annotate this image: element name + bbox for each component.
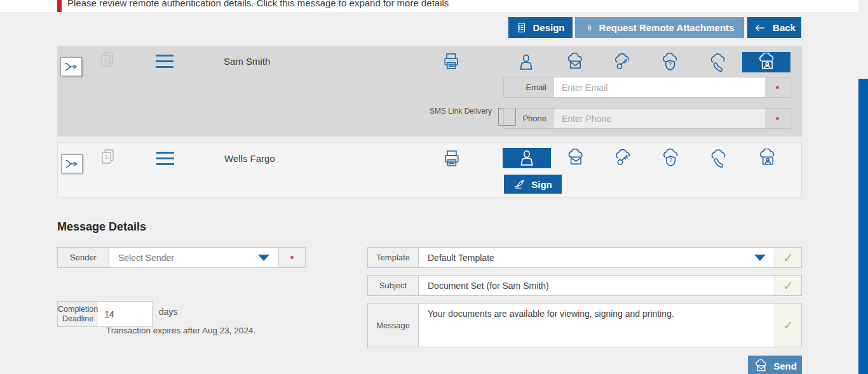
check-icon: ✓ xyxy=(783,317,794,333)
required-dot-icon xyxy=(776,117,779,120)
email-input[interactable] xyxy=(554,77,765,97)
quill-pen-icon xyxy=(513,178,526,190)
request-remote-attachments-label: Request Remote Attachments xyxy=(599,22,735,33)
required-marker xyxy=(765,109,790,128)
svg-text:?: ? xyxy=(669,157,672,163)
phone-label: Phone xyxy=(504,109,554,128)
phone-field-group: Phone xyxy=(503,108,790,129)
alert-banner[interactable]: Please review remote authentication deta… xyxy=(0,0,868,12)
sender-dropdown[interactable]: Select Sender xyxy=(109,248,278,267)
recipient-name: Wells Fargo xyxy=(224,153,275,164)
send-transaction-screen: Please review remote authentication deta… xyxy=(0,0,868,374)
message-field-group: Message Your documents are available for… xyxy=(367,303,802,347)
chevron-down-icon[interactable] xyxy=(258,255,269,261)
template-field-group: Template Default Template ✓ xyxy=(367,247,802,268)
template-dropdown[interactable]: Default Template xyxy=(419,248,775,267)
scrollbar-track[interactable] xyxy=(858,0,868,374)
printer-icon[interactable] xyxy=(442,52,460,71)
back-button[interactable]: Back xyxy=(747,17,801,38)
svg-text:1: 1 xyxy=(105,154,108,160)
subject-valid-check: ✓ xyxy=(775,276,801,295)
send-button-label: Send xyxy=(773,361,797,371)
cloud-question-shield-icon[interactable]: ? xyxy=(646,52,694,72)
svg-text:1: 1 xyxy=(104,57,107,63)
svg-text:?: ? xyxy=(668,61,672,67)
sms-link-delivery-label: SMS Link Delivery xyxy=(410,106,492,116)
send-button[interactable]: Send xyxy=(748,356,802,374)
subject-label: Subject xyxy=(368,276,419,295)
subject-field-group: Subject Document Set (for Sam Smith) ✓ xyxy=(367,275,802,296)
drag-handle-icon[interactable] xyxy=(156,152,174,169)
cloud-email-icon[interactable] xyxy=(550,52,599,72)
expiration-note: Transaction expires after Aug 23, 2024. xyxy=(106,326,255,335)
back-button-label: Back xyxy=(773,22,796,33)
sender-dropdown-value: Select Sender xyxy=(118,253,174,263)
cloud-kiosk-user-icon[interactable] xyxy=(742,52,790,72)
alert-severity-bar xyxy=(57,0,62,12)
paperclip-icon xyxy=(585,22,593,34)
template-valid-check: ✓ xyxy=(775,248,801,267)
chevron-down-icon[interactable] xyxy=(754,255,766,261)
drag-handle-icon[interactable] xyxy=(156,55,173,72)
design-document-icon xyxy=(516,22,527,34)
completion-deadline-input[interactable] xyxy=(98,302,152,326)
sender-label: Sender xyxy=(58,248,109,267)
completion-deadline-group: Completion Deadline xyxy=(57,301,153,327)
cloud-key-icon[interactable] xyxy=(598,52,646,72)
back-arrow-icon xyxy=(753,22,767,34)
message-valid-check: ✓ xyxy=(775,304,801,347)
cloud-question-shield-icon[interactable]: ? xyxy=(646,148,695,168)
check-icon: ✓ xyxy=(783,278,794,293)
required-marker xyxy=(278,248,305,267)
email-field-group: Email xyxy=(503,77,790,98)
document-pages-icon: 1 xyxy=(99,51,114,71)
route-merge-button[interactable] xyxy=(61,154,83,173)
printer-icon[interactable] xyxy=(443,149,461,168)
template-label: Template xyxy=(368,248,419,267)
subject-value: Document Set (for Sam Smith) xyxy=(428,281,549,291)
route-merge-icon xyxy=(63,60,79,74)
message-details-title: Message Details xyxy=(57,220,146,234)
recipient-row-sam-smith: 1 Sam Smith xyxy=(57,46,802,137)
document-pages-icon: 1 xyxy=(100,148,115,168)
sender-field-group: Sender Select Sender xyxy=(57,247,306,268)
completion-deadline-label: Completion Deadline xyxy=(58,302,98,326)
required-dot-icon xyxy=(776,86,779,89)
alert-message[interactable]: Please review remote authentication deta… xyxy=(67,0,449,8)
recipient-name: Sam Smith xyxy=(224,56,270,67)
subject-input[interactable]: Document Set (for Sam Smith) xyxy=(419,276,775,295)
scrollbar-thumb[interactable] xyxy=(858,79,868,374)
message-label: Message xyxy=(368,304,419,347)
template-dropdown-value: Default Template xyxy=(428,253,494,263)
in-person-user-icon[interactable] xyxy=(503,148,551,168)
sign-button-label: Sign xyxy=(531,179,552,190)
design-button-label: Design xyxy=(532,22,564,33)
cloud-email-icon[interactable] xyxy=(551,148,599,168)
required-marker xyxy=(765,77,790,97)
required-dot-icon xyxy=(290,256,294,259)
cloud-kiosk-user-icon[interactable] xyxy=(743,148,791,168)
message-textarea[interactable]: Your documents are available for viewing… xyxy=(419,304,775,347)
phone-input[interactable] xyxy=(554,109,765,128)
route-merge-button[interactable] xyxy=(60,57,82,76)
cloud-phone-icon[interactable] xyxy=(694,148,742,168)
cloud-send-mail-icon xyxy=(753,359,768,373)
sign-button[interactable]: Sign xyxy=(504,175,562,194)
request-remote-attachments-button[interactable]: Request Remote Attachments xyxy=(575,17,744,38)
cloud-key-icon[interactable] xyxy=(599,148,647,168)
recipient-row-wells-fargo: 1 Wells Fargo xyxy=(57,142,802,198)
route-merge-icon xyxy=(64,157,80,171)
check-icon: ✓ xyxy=(783,250,794,265)
email-label: Email xyxy=(504,77,554,97)
deadline-unit-label: days xyxy=(159,307,178,317)
cloud-phone-icon[interactable] xyxy=(693,52,742,72)
in-person-user-icon[interactable] xyxy=(502,52,550,72)
design-button[interactable]: Design xyxy=(508,17,573,38)
